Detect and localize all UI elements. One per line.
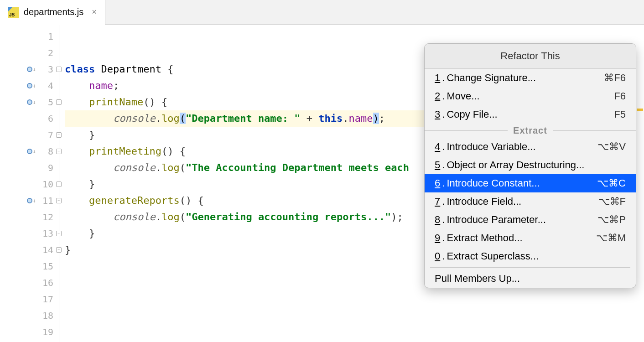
menu-separator: Extract xyxy=(425,124,636,138)
line-number: 14 xyxy=(41,244,53,255)
token: "The Accounting Department meets each xyxy=(186,162,409,173)
menu-mnemonic: 9 xyxy=(435,232,440,244)
menu-item[interactable]: 9. Extract Method...⌥⌘M xyxy=(425,229,636,247)
token: log xyxy=(161,162,180,173)
token xyxy=(95,63,101,75)
token: ( xyxy=(180,113,186,124)
line-number: 7 xyxy=(41,130,53,140)
popup-title: Refactor This xyxy=(425,44,636,69)
menu-item[interactable]: 2. Move...F6 xyxy=(425,87,636,105)
token: { xyxy=(180,145,186,157)
fold-handle-icon[interactable]: − xyxy=(56,181,62,187)
menu-item[interactable]: 0. Extract Superclass... xyxy=(425,247,636,265)
refactor-popup: Refactor This 1. Change Signature...⌘F62… xyxy=(424,43,636,288)
gutter-line: 14− xyxy=(0,242,59,258)
gutter-line: ↓3− xyxy=(0,61,59,78)
menu-item[interactable]: 6. Introduce Constant...⌥⌘C xyxy=(425,174,636,192)
gutter-line: 16 xyxy=(0,275,59,291)
menu-item-label: Introduce Constant... xyxy=(447,177,540,189)
js-file-icon: JS xyxy=(8,7,19,18)
gutter-line: ↓4 xyxy=(0,78,59,94)
token xyxy=(65,129,89,140)
fold-handle-icon[interactable]: − xyxy=(56,99,62,105)
gutter: 12↓3−↓4↓5−67−↓8−910−↓11−1213−14−15161718… xyxy=(0,25,59,342)
tab-filename: departments.js xyxy=(24,7,83,17)
override-icon[interactable]: ↓ xyxy=(27,99,36,105)
token: generateReports xyxy=(89,195,180,206)
menu-shortcut: ⌥⌘V xyxy=(597,141,626,153)
menu-item[interactable]: 3. Copy File...F5 xyxy=(425,105,636,124)
menu-shortcut: ⌘F6 xyxy=(604,72,626,84)
menu-mnemonic: 3 xyxy=(435,109,440,120)
token: console xyxy=(113,211,156,223)
token: console xyxy=(113,162,156,173)
token: name xyxy=(349,113,373,124)
override-icon[interactable]: ↓ xyxy=(27,83,36,89)
code-line[interactable] xyxy=(65,28,644,45)
menu-item[interactable]: Pull Members Up... xyxy=(425,269,636,288)
code-line[interactable] xyxy=(65,324,644,340)
token: () xyxy=(161,145,180,157)
tab-bar: JS departments.js × xyxy=(0,0,644,25)
line-number: 17 xyxy=(41,294,53,305)
gutter-line: 1 xyxy=(0,28,59,45)
line-number: 15 xyxy=(41,261,53,272)
fold-handle-icon[interactable]: − xyxy=(56,149,62,154)
line-number: 10 xyxy=(41,179,53,190)
menu-item-label: Introduce Parameter... xyxy=(447,214,546,226)
menu-item-label: Object or Array Destructuring... xyxy=(447,159,584,171)
line-number: 4 xyxy=(41,80,53,91)
line-number: 12 xyxy=(41,212,53,223)
fold-handle-icon[interactable]: − xyxy=(56,67,62,72)
token: } xyxy=(89,228,95,239)
gutter-line: 2 xyxy=(0,45,59,61)
menu-item-label: Extract Superclass... xyxy=(447,250,539,262)
token: { xyxy=(167,63,173,75)
right-margin xyxy=(636,25,644,342)
token: . xyxy=(156,113,161,124)
menu-item[interactable]: 8. Introduce Parameter...⌥⌘P xyxy=(425,211,636,229)
token: } xyxy=(89,178,95,190)
token: console xyxy=(113,113,156,124)
token: printName xyxy=(89,96,143,108)
override-icon[interactable]: ↓ xyxy=(27,148,36,155)
fold-handle-icon[interactable]: − xyxy=(56,247,62,253)
gutter-line: 12 xyxy=(0,209,59,225)
menu-separator xyxy=(425,265,636,269)
override-icon[interactable]: ↓ xyxy=(27,197,36,204)
code-line[interactable] xyxy=(65,307,644,324)
menu-shortcut: ⌥⌘M xyxy=(596,232,626,244)
menu-item[interactable]: 5. Object or Array Destructuring... xyxy=(425,156,636,174)
gutter-line: 18 xyxy=(0,307,59,324)
fold-handle-icon[interactable]: − xyxy=(56,132,62,138)
token: printMeeting xyxy=(89,145,161,157)
line-number: 13 xyxy=(41,228,53,239)
token: ; xyxy=(113,80,119,91)
file-tab[interactable]: JS departments.js × xyxy=(0,0,105,24)
token: ( xyxy=(180,162,186,173)
token: ( xyxy=(180,211,186,223)
gutter-line: 9 xyxy=(0,160,59,176)
menu-item-label: Introduce Variable... xyxy=(447,141,535,153)
gutter-line: 19 xyxy=(0,324,59,340)
gutter-line: ↓11− xyxy=(0,192,59,209)
gutter-line: ↓5− xyxy=(0,94,59,110)
close-icon[interactable]: × xyxy=(92,7,97,17)
menu-shortcut: F6 xyxy=(614,90,626,102)
fold-handle-icon[interactable]: − xyxy=(56,231,62,236)
token: () xyxy=(180,195,198,206)
menu-item[interactable]: 1. Change Signature...⌘F6 xyxy=(425,69,636,87)
line-number: 2 xyxy=(41,47,53,58)
code-line[interactable] xyxy=(65,291,644,307)
menu-item[interactable]: 7. Introduce Field...⌥⌘F xyxy=(425,192,636,211)
override-icon[interactable]: ↓ xyxy=(27,66,36,73)
warning-marker[interactable] xyxy=(637,109,643,111)
token: + xyxy=(301,113,319,124)
menu-item-label: Move... xyxy=(447,90,479,102)
line-number: 8 xyxy=(41,146,53,157)
fold-handle-icon[interactable]: − xyxy=(56,198,62,203)
menu-item-label: Change Signature... xyxy=(447,72,536,84)
gutter-line: 15 xyxy=(0,258,59,275)
menu-item[interactable]: 4. Introduce Variable...⌥⌘V xyxy=(425,138,636,156)
line-number: 1 xyxy=(41,31,53,42)
